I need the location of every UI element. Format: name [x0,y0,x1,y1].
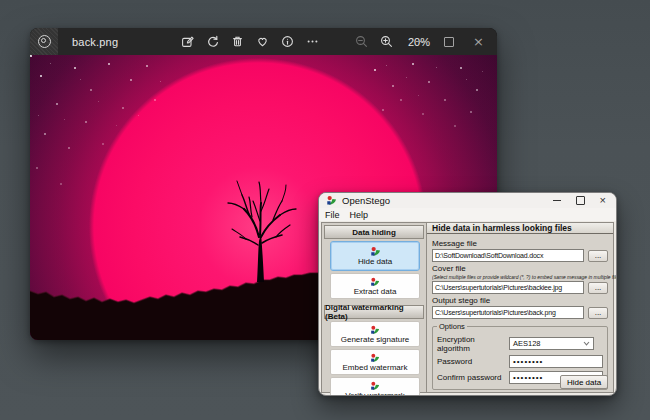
zoom-out-icon [355,35,368,48]
openstego-window-title: OpenStego [342,195,553,206]
hide-data-button[interactable]: Hide data [330,241,420,271]
zoom-in-icon [380,35,393,48]
data-hiding-header: Data hiding [324,225,424,239]
more-button[interactable] [305,34,319,50]
maximize-icon [444,37,454,47]
menu-help[interactable]: Help [350,210,369,220]
extract-data-label: Extract data [354,287,397,296]
extract-data-button[interactable]: Extract data [330,273,420,299]
generate-signature-label: Generate signature [341,335,410,344]
more-icon [306,35,319,48]
maximize-button[interactable] [444,34,454,50]
message-file-browse-button[interactable]: ... [588,250,608,262]
message-file-input[interactable]: D:\SoftDownload\SoftDownload.docx [432,249,584,262]
password-label: Password [437,357,509,366]
minimize-icon [416,41,425,42]
output-stego-file-label: Output stego file [432,296,608,305]
output-stego-file-browse-button[interactable]: ... [588,307,608,319]
options-legend: Options [437,322,467,331]
hide-data-label: Hide data [358,257,392,266]
photo-filename: back.png [72,36,118,48]
embed-watermark-icon [370,353,380,363]
embed-watermark-button[interactable]: Embed watermark [330,349,420,375]
hide-data-submit-button[interactable]: Hide data [560,375,608,389]
minimize-icon [553,200,561,201]
delete-button[interactable] [230,34,244,50]
maximize-icon [576,196,585,205]
trash-icon [231,35,244,48]
photos-app-icon[interactable] [30,28,58,55]
menu-file[interactable]: File [325,210,340,220]
minimize-button[interactable] [553,195,561,207]
openstego-menubar: File Help [319,208,616,221]
message-file-label: Message file [432,239,608,248]
generate-signature-icon [370,325,380,335]
minimize-button[interactable] [416,34,425,50]
openstego-body: Data hiding Hide data Extract [321,222,614,393]
close-button[interactable]: × [473,34,484,50]
hide-data-icon [370,246,381,257]
rotate-icon [206,35,219,48]
encryption-algorithm-value: AES128 [513,339,541,348]
watermarking-header: Digital watermarking (Beta) [324,305,424,319]
openstego-app-icon [326,195,337,206]
zoom-in-button[interactable] [379,34,393,50]
openstego-window-controls: × [553,195,609,207]
zoom-out-button[interactable] [354,34,368,50]
stars-dim [30,55,31,56]
generate-signature-button[interactable]: Generate signature [330,321,420,347]
openstego-titlebar: OpenStego × [319,193,616,208]
favorite-button[interactable] [255,34,269,50]
info-icon [281,35,294,48]
confirm-password-label: Confirm password [437,373,509,382]
hide-data-form: Message file D:\SoftDownload\SoftDownloa… [427,234,613,393]
desktop: back.png [0,0,650,420]
cover-file-input[interactable]: C:\Users\supertutorials\Pictures\backiee… [432,281,584,294]
verify-watermark-label: Verify watermark [345,391,405,397]
cover-file-label: Cover file [432,264,608,273]
verify-watermark-icon [370,381,380,391]
encryption-algorithm-select[interactable]: AES128 [509,337,594,350]
tree-silhouette [216,177,306,282]
photo-viewer-titlebar: back.png [30,28,497,55]
encryption-algorithm-label: Encryption algorithm [437,335,509,353]
edit-button[interactable] [180,34,194,50]
openstego-main-panel: Hide data in harmless looking files Mess… [427,223,613,392]
close-button[interactable]: × [600,195,606,207]
cover-file-browse-button[interactable]: ... [588,282,608,294]
rotate-button[interactable] [205,34,219,50]
password-input[interactable]: •••••••• [509,355,603,368]
heart-icon [256,35,269,48]
close-icon: × [600,195,606,206]
viewer-window-controls: × [416,28,484,55]
panel-title: Hide data in harmless looking files [427,223,613,234]
maximize-button[interactable] [576,195,585,207]
close-icon: × [473,35,484,48]
photo-toolbar: 20% [180,28,430,55]
openstego-sidebar: Data hiding Hide data Extract [322,223,427,392]
verify-watermark-button[interactable]: Verify watermark [330,377,420,396]
chevron-down-icon [583,341,590,346]
embed-watermark-label: Embed watermark [343,363,408,372]
edit-icon [181,35,194,48]
cover-file-hint: (Select multiple files or provide wildca… [432,275,576,280]
output-stego-file-input[interactable]: C:\Users\supertutorials\Pictures\back.pn… [432,306,584,319]
photos-logo-icon [38,35,51,48]
info-button[interactable] [280,34,294,50]
extract-data-icon [370,277,380,287]
openstego-window: OpenStego × File Help Data hiding [318,192,617,396]
